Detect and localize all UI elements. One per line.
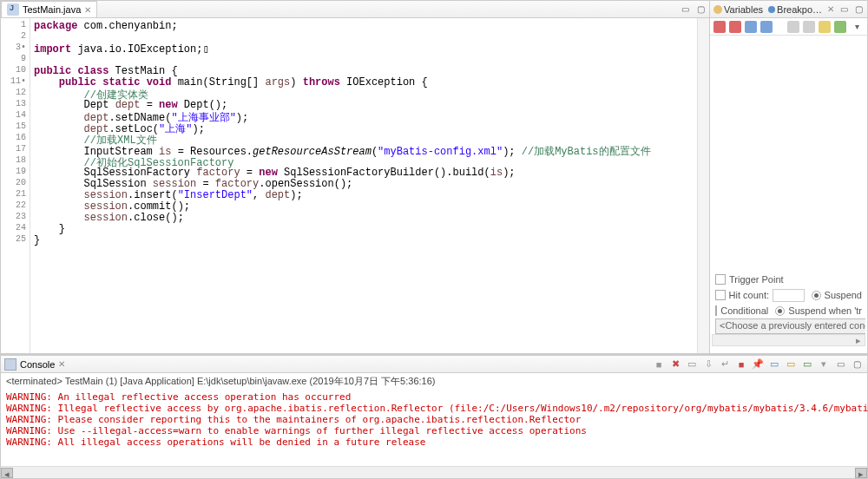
- goto-breakpoint-icon[interactable]: [745, 21, 757, 33]
- pin-console-icon[interactable]: 📌: [751, 358, 765, 371]
- minimize-icon[interactable]: ▭: [839, 3, 849, 16]
- expand-icon[interactable]: [787, 21, 799, 33]
- line-number-gutter: 123•91011•1213141516171819202122232425: [1, 18, 30, 353]
- scroll-left-icon[interactable]: ◂: [1, 468, 13, 478]
- hit-count-input[interactable]: [773, 289, 805, 302]
- remove-breakpoint-icon[interactable]: [713, 21, 726, 33]
- condition-combo[interactable]: <Choose a previously entered cond: [715, 318, 865, 334]
- console-tabbar: Console ✕ ■ ✖ ▭ ⇩ ↵ ■ 📌 ▭ ▭ ▭ ▾ ▭ ▢: [1, 356, 867, 373]
- skip-breakpoints-icon[interactable]: [760, 21, 773, 33]
- remove-all-breakpoints-icon[interactable]: [729, 21, 741, 33]
- link-icon[interactable]: [819, 21, 831, 33]
- scroll-right-icon[interactable]: ▸: [855, 468, 867, 478]
- word-wrap-icon[interactable]: ↵: [718, 358, 732, 371]
- editor-vertical-scrollbar[interactable]: [697, 18, 709, 353]
- console-tab-label: Console: [20, 359, 55, 370]
- breakpoints-tab[interactable]: Breakpo…: [768, 4, 822, 15]
- console-icon: [4, 358, 16, 371]
- console-tab[interactable]: Console ✕: [4, 358, 65, 371]
- minimize-icon[interactable]: ▭: [833, 358, 847, 371]
- trigger-point-label: Trigger Point: [729, 274, 784, 285]
- suspend-when-radio[interactable]: [775, 306, 785, 316]
- debug-panel: Variables Breakpo… ✕ ▭ ▢ ▾ Trigger Point…: [710, 0, 868, 354]
- hit-count-checkbox[interactable]: [715, 290, 726, 300]
- minimize-icon[interactable]: ▭: [678, 3, 692, 15]
- maximize-icon[interactable]: ▢: [854, 3, 864, 16]
- editor-window-controls: ▭ ▢: [678, 3, 707, 15]
- editor-panel: TestMain.java ✕ ▭ ▢ 123•91011•1213141516…: [0, 0, 710, 354]
- breakpoint-icon: [768, 6, 775, 13]
- terminate-icon[interactable]: ■: [734, 358, 748, 371]
- close-icon[interactable]: ✕: [58, 359, 65, 369]
- editor-tab-testmain[interactable]: TestMain.java ✕: [1, 1, 97, 17]
- conditional-checkbox[interactable]: [715, 305, 717, 316]
- console-status: <terminated> TestMain (1) [Java Applicat…: [1, 373, 867, 390]
- variables-tab[interactable]: Variables: [713, 4, 763, 15]
- breakpoints-list[interactable]: [710, 36, 867, 261]
- menu-icon[interactable]: ▾: [850, 21, 864, 33]
- menu-icon[interactable]: ▾: [817, 358, 831, 371]
- suspend-radio[interactable]: [812, 291, 821, 300]
- variables-icon: [713, 5, 722, 14]
- collapse-icon[interactable]: [803, 21, 815, 33]
- code-lines[interactable]: package com.chenyanbin;import java.io.IO…: [30, 18, 709, 353]
- code-area[interactable]: 123•91011•1213141516171819202122232425 p…: [1, 18, 709, 353]
- console-panel: Console ✕ ■ ✖ ▭ ⇩ ↵ ■ 📌 ▭ ▭ ▭ ▾ ▭ ▢ <ter…: [0, 354, 868, 479]
- open-console-icon[interactable]: ▭: [784, 358, 798, 371]
- maximize-icon[interactable]: ▢: [850, 358, 864, 371]
- hit-count-label: Hit count:: [729, 290, 769, 300]
- editor-tab-label: TestMain.java: [23, 4, 81, 15]
- add-breakpoint-icon[interactable]: [834, 21, 846, 33]
- clear-console-icon[interactable]: ▭: [685, 358, 699, 371]
- suspend-when-label: Suspend when 'tr: [788, 305, 862, 316]
- console-output[interactable]: WARNING: An illegal reflective access op…: [1, 390, 867, 449]
- console-horizontal-scrollbar[interactable]: ◂ ▸: [1, 466, 867, 478]
- remove-launch-icon[interactable]: ■: [652, 358, 666, 371]
- console-toolbar: ■ ✖ ▭ ⇩ ↵ ■ 📌 ▭ ▭ ▭ ▾ ▭ ▢: [652, 358, 864, 371]
- close-icon[interactable]: ✕: [827, 4, 834, 14]
- remove-all-launches-icon[interactable]: ✖: [668, 358, 682, 371]
- suspend-label: Suspend: [825, 290, 862, 300]
- breakpoint-options: Trigger Point Hit count:Suspend Conditio…: [712, 272, 865, 346]
- scroll-lock-icon[interactable]: ⇩: [701, 358, 715, 371]
- debug-toolbar: ▾: [710, 18, 867, 36]
- new-console-icon[interactable]: ▭: [800, 358, 814, 371]
- debug-tabbar: Variables Breakpo… ✕ ▭ ▢: [710, 1, 867, 18]
- conditional-label: Conditional: [720, 305, 768, 316]
- maximize-icon[interactable]: ▢: [694, 3, 707, 15]
- close-icon[interactable]: ✕: [84, 5, 91, 15]
- trigger-point-checkbox[interactable]: [715, 274, 726, 285]
- editor-tabbar: TestMain.java ✕ ▭ ▢: [1, 1, 709, 18]
- scroll-right-icon[interactable]: ▸: [856, 335, 861, 346]
- java-file-icon: [7, 3, 19, 16]
- display-console-icon[interactable]: ▭: [767, 358, 781, 371]
